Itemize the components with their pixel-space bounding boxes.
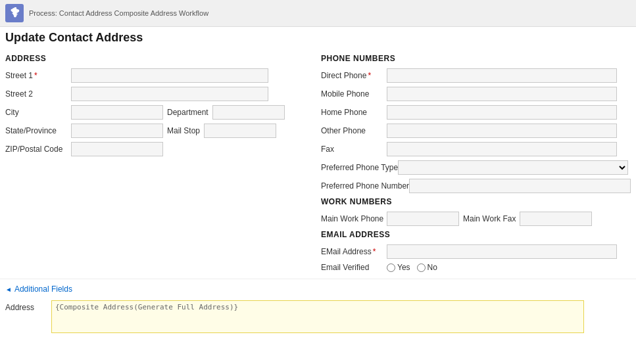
main-work-phone-label: Main Work Phone <box>321 214 387 223</box>
state-row: State/Province Mail Stop <box>5 124 321 138</box>
additional-fields-toggle[interactable]: ◄ Additional Fields <box>5 284 631 294</box>
city-row: City Department <box>5 105 321 120</box>
street2-row: Street 2 <box>5 87 321 101</box>
phone-numbers-header: PHONE NUMBERS <box>321 54 631 63</box>
process-icon <box>5 4 24 22</box>
email-verified-radio-group: Yes No <box>387 263 437 272</box>
department-label: Department <box>167 108 208 117</box>
email-address-header: EMAIL ADDRESS <box>321 230 631 239</box>
other-phone-input[interactable] <box>387 124 617 138</box>
preferred-phone-type-label: Preferred Phone Type <box>321 163 398 172</box>
direct-phone-input[interactable] <box>387 68 617 83</box>
work-numbers-header: WORK NUMBERS <box>321 197 631 206</box>
state-label: State/Province <box>5 126 71 135</box>
direct-phone-row: Direct Phone* <box>321 68 631 83</box>
email-verified-yes-radio[interactable] <box>387 263 395 272</box>
email-input[interactable] <box>387 244 617 259</box>
main-content: ADDRESS Street 1* Street 2 City Departme… <box>0 51 636 279</box>
additional-fields-section: ◄ Additional Fields Address {Composite A… <box>0 279 636 338</box>
home-phone-input[interactable] <box>387 105 617 120</box>
email-row: EMail Address* <box>321 244 631 259</box>
mailstop-label: Mail Stop <box>167 126 200 135</box>
city-label: City <box>5 108 71 117</box>
gear-icon <box>9 7 20 19</box>
email-verified-no: No <box>417 263 437 272</box>
mobile-phone-input[interactable] <box>387 87 617 101</box>
street1-input[interactable] <box>71 68 268 83</box>
mobile-phone-row: Mobile Phone <box>321 87 631 101</box>
work-numbers-row: Main Work Phone Main Work Fax <box>321 212 631 226</box>
address-label: Address <box>5 300 45 312</box>
preferred-phone-number-label: Preferred Phone Number <box>321 181 409 191</box>
process-bar: Process: Contact Address Composite Addre… <box>0 0 636 27</box>
city-input[interactable] <box>71 105 163 120</box>
street1-label: Street 1* <box>5 71 71 80</box>
address-section-header: ADDRESS <box>5 54 321 63</box>
email-verified-no-label: No <box>428 263 437 272</box>
other-phone-label: Other Phone <box>321 126 387 135</box>
other-phone-row: Other Phone <box>321 124 631 138</box>
address-panel: ADDRESS Street 1* Street 2 City Departme… <box>5 54 321 276</box>
state-input[interactable] <box>71 124 163 138</box>
main-work-phone-input[interactable] <box>387 212 459 226</box>
process-bar-text: Process: Contact Address Composite Addre… <box>29 9 208 17</box>
email-verified-yes: Yes <box>387 263 410 272</box>
email-verified-row: Email Verified Yes No <box>321 263 631 272</box>
fax-label: Fax <box>321 145 387 154</box>
toggle-arrow-icon: ◄ <box>5 286 12 293</box>
street2-label: Street 2 <box>5 89 71 99</box>
email-label: EMail Address* <box>321 247 387 256</box>
zip-input[interactable] <box>71 142 163 156</box>
additional-fields-label: Additional Fields <box>14 284 72 294</box>
fax-row: Fax <box>321 142 631 156</box>
department-input[interactable] <box>212 105 285 120</box>
preferred-phone-number-input[interactable] <box>409 179 631 193</box>
zip-label: ZIP/Postal Code <box>5 145 71 154</box>
direct-phone-label: Direct Phone* <box>321 71 387 80</box>
street2-input[interactable] <box>71 87 268 101</box>
fax-input[interactable] <box>387 142 617 156</box>
right-panel: PHONE NUMBERS Direct Phone* Mobile Phone… <box>321 54 631 276</box>
home-phone-row: Home Phone <box>321 105 631 120</box>
mobile-phone-label: Mobile Phone <box>321 89 387 99</box>
main-work-fax-label: Main Work Fax <box>463 214 516 223</box>
address-textarea[interactable]: {Composite Address(Generate Full Address… <box>51 300 584 333</box>
preferred-phone-type-row: Preferred Phone Type <box>321 160 631 175</box>
preferred-phone-type-select[interactable] <box>398 160 628 175</box>
main-work-fax-input[interactable] <box>520 212 592 226</box>
preferred-phone-number-row: Preferred Phone Number <box>321 179 631 193</box>
email-verified-yes-label: Yes <box>397 263 410 272</box>
page-title: Update Contact Address <box>0 27 636 51</box>
mailstop-input[interactable] <box>204 124 276 138</box>
street1-row: Street 1* <box>5 68 321 83</box>
email-verified-no-radio[interactable] <box>417 263 426 272</box>
additional-address-row: Address {Composite Address(Generate Full… <box>5 300 631 333</box>
email-verified-label: Email Verified <box>321 263 387 272</box>
zip-row: ZIP/Postal Code <box>5 142 321 156</box>
home-phone-label: Home Phone <box>321 108 387 117</box>
